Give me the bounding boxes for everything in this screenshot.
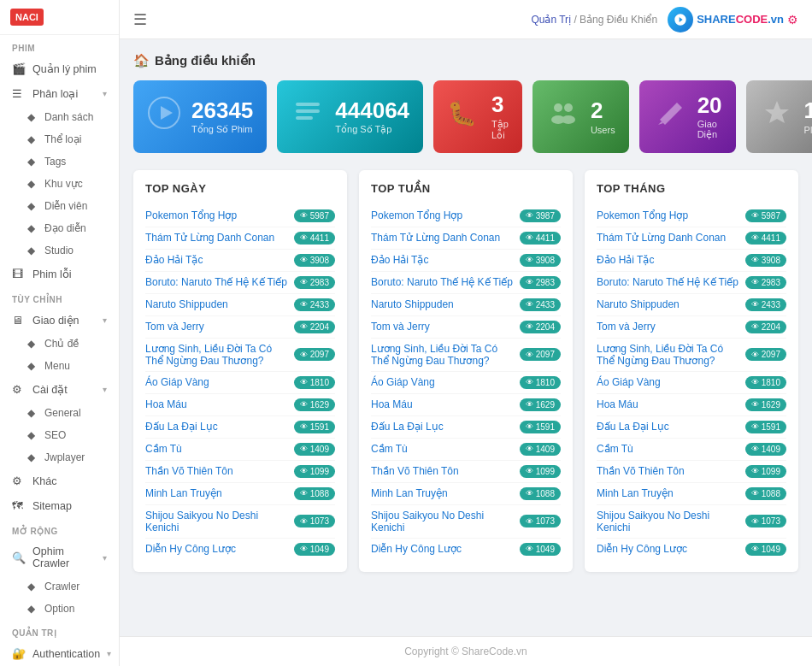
list-item-link[interactable]: Lương Sinh, Liều Đời Ta Có Thể Ngừng Đau… [145,343,289,367]
list-item-link[interactable]: Đảo Hải Tặc [371,254,515,266]
list-item: Minh Lan Truyện1088 [145,483,335,505]
top-list-top-tuan: TOP TUẦNPokemon Tổng Hợp3987Thám Tử Lừng… [359,170,573,572]
sidebar-item-authentication[interactable]: 🔐 Authentication ▾ [0,641,119,666]
sidebar-item-danh-sach[interactable]: ◆ Danh sách [0,106,119,128]
breadcrumb-link-quan-tri[interactable]: Quản Trị [531,14,571,26]
sidebar-item-dien-vien[interactable]: ◆ Diễn viên [0,195,119,217]
list-item-link[interactable]: Tom và Jerry [371,321,515,333]
list-item-link[interactable]: Thần Võ Thiên Tôn [145,465,289,477]
menu-toggle-button[interactable]: ☰ [133,10,147,29]
list-item-link[interactable]: Áo Giáp Vàng [597,376,740,388]
sidebar-item-menu[interactable]: ◆ Menu [0,355,119,377]
list-item-link[interactable]: Shijou Saikyou No Deshi Kenichi [371,510,515,533]
sidebar-item-tags[interactable]: ◆ Tags [0,150,119,173]
sidebar-item-seo[interactable]: ◆ SEO [0,424,119,446]
sidebar-item-option[interactable]: ◆ Option [0,598,119,620]
stat-label-tap-loi: Tập Lỗi [491,119,509,141]
list-item-link[interactable]: Áo Giáp Vàng [371,376,515,388]
stat-info-giao-dien: 20 Giao Diện [697,93,722,141]
view-count-badge: 4411 [294,232,335,245]
dot-icon: ◆ [27,200,39,212]
dot-icon: ◆ [27,451,39,463]
sidebar-item-quan-ly-phim[interactable]: 🎬 Quản lý phim [0,56,119,81]
stat-label-tap: Tổng Số Tập [335,124,409,135]
list-item-link[interactable]: Hoa Máu [145,398,289,410]
view-count-badge: 1088 [745,487,786,500]
list-item-link[interactable]: Đảo Hải Tặc [145,254,289,266]
list-item-link[interactable]: Diễn Hy Công Lược [597,543,740,555]
list-item-link[interactable]: Áo Giáp Vàng [145,376,289,388]
sidebar-item-chu-de[interactable]: ◆ Chủ đề [0,333,119,355]
sidebar-item-dao-dien[interactable]: ◆ Đạo diễn [0,217,119,239]
list-item: Tom và Jerry2204 [145,316,335,339]
sidebar-item-cai-dat[interactable]: ⚙ Cài đặt ▾ [0,377,119,402]
sidebar-item-khac[interactable]: ⚙ Khác [0,469,119,493]
list-item-link[interactable]: Đấu La Đại Lục [371,421,515,433]
list-item-link[interactable]: Boruto: Naruto Thế Hệ Kế Tiếp [371,276,515,288]
top-list-title-top-ngay: TOP NGÀY [145,182,335,195]
list-item: Lương Sinh, Liều Đời Ta Có Thể Ngừng Đau… [145,339,335,372]
list-item: Thần Võ Thiên Tôn1099 [597,461,786,483]
list-item-link[interactable]: Cầm Tù [597,443,740,455]
sidebar-item-giao-dien[interactable]: 🖥 Giao diện ▾ [0,308,119,333]
list-item-link[interactable]: Lương Sinh, Liều Đời Ta Có Thể Ngừng Đau… [371,343,515,367]
list-item-link[interactable]: Shijou Saikyou No Deshi Kenichi [597,510,740,533]
list-item-link[interactable]: Naruto Shippuden [145,298,289,310]
view-count-badge: 1629 [294,398,335,411]
top-list-title-top-thang: TOP THÁNG [597,182,786,195]
list-item-link[interactable]: Đảo Hải Tặc [597,254,740,266]
list-item-link[interactable]: Thần Võ Thiên Tôn [597,465,740,477]
list-item-link[interactable]: Shijou Saikyou No Deshi Kenichi [145,510,289,533]
sidebar-item-phim-loi[interactable]: 🎞 Phim lỗi [0,262,119,286]
section-label-phim: PHIM [0,35,119,56]
list-item-link[interactable]: Cầm Tù [145,443,289,455]
list-item-link[interactable]: Hoa Máu [371,398,515,410]
list-item: Pokemon Tổng Hợp3987 [371,205,561,227]
stat-card-users: 2 Users [533,80,629,153]
list-item-link[interactable]: Thần Võ Thiên Tôn [371,465,515,477]
list-item-link[interactable]: Minh Lan Truyện [371,487,515,499]
sidebar-item-khu-vuc[interactable]: ◆ Khu vực [0,173,119,195]
sidebar-item-phan-loai[interactable]: ☰ Phân loại ▾ [0,81,119,106]
list-item-link[interactable]: Pokemon Tổng Hợp [371,209,515,221]
list-item-link[interactable]: Lương Sinh, Liều Đời Ta Có Thể Ngừng Đau… [597,343,740,367]
list-item-link[interactable]: Naruto Shippuden [371,298,515,310]
list-item-link[interactable]: Boruto: Naruto Thế Hệ Kế Tiếp [145,276,289,288]
list-item-link[interactable]: Đấu La Đại Lục [145,421,289,433]
list-item-link[interactable]: Naruto Shippuden [597,298,740,310]
list-item-link[interactable]: Diễn Hy Công Lược [371,543,515,555]
list-item: Pokemon Tổng Hợp5987 [597,205,786,227]
sidebar-item-crawler[interactable]: ◆ Crawler [0,575,119,598]
list-item-link[interactable]: Minh Lan Truyện [145,487,289,499]
list-item-link[interactable]: Tom và Jerry [145,321,289,333]
list-item-link[interactable]: Pokemon Tổng Hợp [597,209,740,221]
sidebar-item-studio[interactable]: ◆ Studio [0,239,119,262]
list-item-link[interactable]: Thám Tử Lừng Danh Conan [145,232,289,244]
list-item-link[interactable]: Thám Tử Lừng Danh Conan [371,232,515,244]
view-count-badge: 5987 [294,209,335,222]
list-item-link[interactable]: Diễn Hy Công Lược [145,543,289,555]
sidebar-item-general[interactable]: ◆ General [0,402,119,424]
app-logo: NACI [10,9,44,26]
list-item: Boruto: Naruto Thế Hệ Kế Tiếp2983 [145,272,335,294]
sidebar-item-jwplayer[interactable]: ◆ Jwplayer [0,446,119,469]
list-item: Naruto Shippuden2433 [145,294,335,316]
footer: Copyright © ShareCode.vn [120,636,812,666]
list-item-link[interactable]: Đấu La Đại Lục [597,421,740,433]
sidebar-item-the-loai[interactable]: ◆ Thể loại [0,128,119,150]
list-item-link[interactable]: Hoa Máu [597,398,740,410]
list-item-link[interactable]: Pokemon Tổng Hợp [145,209,289,221]
sidebar-item-ophim-crawler[interactable]: 🔍 Ophim Crawler ▾ [0,539,119,575]
sidebar-item-sitemap[interactable]: 🗺 Sitemap [0,493,119,518]
list-item-link[interactable]: Cầm Tù [371,443,515,455]
list-item: Boruto: Naruto Thế Hệ Kế Tiếp2983 [371,272,561,294]
dot-icon: ◆ [27,338,39,350]
svg-rect-2 [296,103,320,106]
list-item-link[interactable]: Tom và Jerry [597,321,740,333]
list-item-link[interactable]: Minh Lan Truyện [597,487,740,499]
list-item: Shijou Saikyou No Deshi Kenichi1073 [597,505,786,539]
list-item-link[interactable]: Boruto: Naruto Thế Hệ Kế Tiếp [597,276,740,288]
list-item-link[interactable]: Thám Tử Lừng Danh Conan [597,232,740,244]
dot-icon: ◆ [27,407,39,419]
stat-card-giao-dien: 20 Giao Diện [639,80,736,153]
